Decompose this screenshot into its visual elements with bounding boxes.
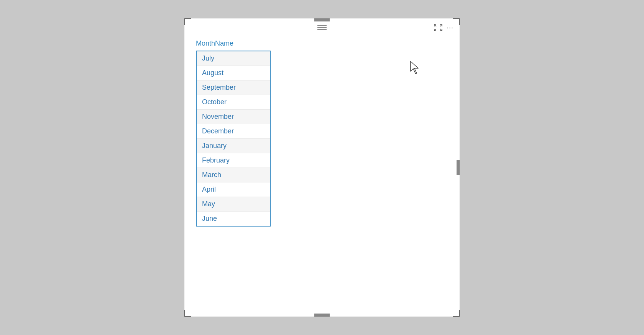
edge-handle-top[interactable] — [314, 18, 330, 21]
table-row[interactable]: October — [197, 95, 270, 110]
table-row[interactable]: December — [197, 124, 270, 139]
visualization-panel: ··· MonthName JulyAugustSeptemberOctober… — [184, 18, 460, 317]
table-row[interactable]: March — [197, 168, 270, 182]
corner-handle-bl[interactable] — [184, 310, 191, 317]
table-row[interactable]: September — [197, 80, 270, 95]
focus-mode-icon[interactable] — [434, 24, 443, 31]
table-row[interactable]: January — [197, 139, 270, 153]
table-row[interactable]: July — [197, 51, 270, 66]
column-header: MonthName — [196, 39, 460, 48]
corner-handle-tr[interactable] — [453, 18, 460, 25]
month-table: JulyAugustSeptemberOctoberNovemberDecemb… — [196, 51, 271, 227]
corner-handle-br[interactable] — [453, 310, 460, 317]
drag-handle[interactable] — [317, 25, 327, 30]
content-area: MonthName JulyAugustSeptemberOctoberNove… — [196, 39, 460, 227]
table-row[interactable]: February — [197, 153, 270, 168]
corner-handle-tl[interactable] — [184, 18, 191, 25]
edge-handle-bottom[interactable] — [314, 314, 330, 317]
table-row[interactable]: August — [197, 66, 270, 80]
table-row[interactable]: June — [197, 212, 270, 226]
table-row[interactable]: May — [197, 197, 270, 212]
table-row[interactable]: November — [197, 110, 270, 124]
more-options-icon[interactable]: ··· — [447, 24, 453, 31]
toolbar: ··· — [434, 24, 453, 31]
table-row[interactable]: April — [197, 182, 270, 197]
